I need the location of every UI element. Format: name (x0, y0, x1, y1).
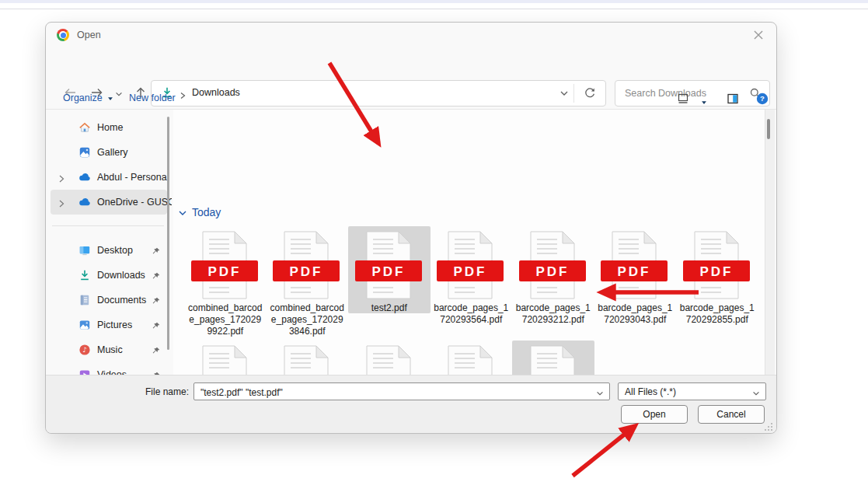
gallery-icon (78, 146, 91, 159)
pdf-file-icon: PDF (519, 344, 587, 375)
file-item-combined-barcode-pages-1720299922-pdf[interactable]: PDF combined_barcode_pages_1720299922.pd… (184, 226, 267, 313)
screen: { "window": { "title": "Open" }, "nav": … (0, 0, 868, 482)
organize-button[interactable]: Organize (63, 93, 114, 103)
file-item-barcode-pages-1720291340-pdf[interactable]: PDF barcode_pages_1720291340.pdf (267, 341, 349, 375)
pin-icon (151, 246, 161, 256)
file-item-test-pdf[interactable]: PDF test.pdf (512, 341, 594, 375)
file-item-barcode-pages-1720290359-pdf[interactable]: PDF barcode_pages_1720290359.pdf (348, 341, 431, 375)
open-button[interactable]: Open (621, 405, 688, 424)
pdf-file-icon: PDF (437, 344, 505, 375)
pdf-file-icon: PDF (683, 229, 751, 301)
svg-text:PDF: PDF (699, 264, 733, 279)
file-list-scrollbar-thumb[interactable] (767, 119, 770, 139)
file-row-today-1: PDF combined_barcode_pages_1720299922.pd… (184, 226, 758, 313)
sidebar-item-gallery[interactable]: Gallery (51, 140, 167, 165)
organize-caret-icon (106, 94, 114, 102)
sidebar-item-pictures[interactable]: Pictures (51, 313, 167, 337)
svg-text:?: ? (760, 94, 765, 103)
file-item-label: test2.pdf (351, 302, 427, 314)
file-row-today-2: PDF barcode_pages_1720291995.pdf PDF bar… (184, 341, 594, 375)
new-folder-label: New folder (129, 93, 176, 103)
organize-label: Organize (63, 93, 103, 103)
file-item-test2-pdf[interactable]: PDF test2.pdf (348, 226, 431, 313)
new-folder-button[interactable]: New folder (129, 93, 176, 103)
file-item-barcode-pages-1720292855-pdf[interactable]: PDF barcode_pages_1720292855.pdf (676, 226, 758, 313)
view-mode-caret-icon[interactable] (700, 96, 708, 108)
svg-text:PDF: PDF (454, 264, 487, 279)
pdf-file-icon: PDF (355, 229, 424, 301)
file-item-label: combined_barcode_pages_1720299922.pdf (187, 302, 263, 337)
dialog-title: Open (77, 30, 101, 40)
navigation-bar: Downloads (46, 49, 776, 83)
sidebar-item-documents[interactable]: Documents (51, 288, 167, 313)
sidebar-item-label: Downloads (97, 270, 145, 281)
svg-text:PDF: PDF (618, 264, 651, 279)
sidebar-item-downloads[interactable]: Downloads (51, 263, 167, 288)
svg-text:♪: ♪ (82, 346, 87, 354)
sidebar-item-label: Home (97, 122, 123, 133)
sidebar-scrollbar-thumb[interactable] (167, 117, 169, 350)
pdf-file-icon: PDF (519, 229, 587, 301)
preview-pane-icon[interactable] (727, 93, 739, 105)
svg-text:PDF: PDF (290, 264, 323, 279)
file-item-label: barcode_pages_1720292855.pdf (679, 302, 755, 326)
sidebar-item-label: Desktop (97, 245, 133, 256)
pictures-icon (78, 319, 91, 331)
file-list-scrollbar-track[interactable] (765, 110, 775, 375)
sidebar-item-music[interactable]: ♪ Music (51, 337, 167, 362)
close-icon[interactable] (751, 28, 765, 42)
cancel-button[interactable]: Cancel (698, 405, 765, 424)
cloud-icon (78, 196, 91, 208)
help-icon[interactable]: ? (756, 93, 769, 105)
file-item-barcode-pages-1720291995-pdf[interactable]: PDF barcode_pages_1720291995.pdf (184, 341, 267, 375)
downloads-icon (78, 269, 91, 281)
file-name-dropdown-chevron-icon[interactable] (595, 387, 605, 396)
pdf-file-icon: PDF (273, 344, 341, 375)
view-mode-icon[interactable] (677, 93, 689, 105)
expand-chevron-icon[interactable] (57, 173, 66, 182)
pdf-file-icon: PDF (191, 229, 260, 301)
file-item-barcode-pages-1720290250-pdf[interactable]: PDF barcode_pages_1720290250.pdf (431, 341, 513, 375)
background-divider (0, 9, 868, 9)
resize-grip[interactable] (764, 421, 773, 430)
sidebar-item-home[interactable]: Home (51, 115, 167, 140)
toolbar: Organize New folder ? (46, 88, 776, 110)
sidebar-divider (46, 215, 172, 238)
desktop-icon (78, 244, 91, 257)
sidebar-item-label: Gallery (97, 147, 128, 158)
group-today-label: Today (192, 206, 221, 218)
sidebar-item-onedrive-gusc[interactable]: OneDrive - GUSC (51, 190, 167, 215)
file-item-label: combined_barcode_pages_1720293846.pdf (269, 302, 345, 337)
home-icon (78, 121, 91, 134)
pdf-file-icon: PDF (437, 229, 505, 301)
dialog-footer: File name: All Files (*.*) Open Cancel (46, 375, 776, 433)
group-header-today[interactable]: Today (178, 206, 221, 218)
open-file-dialog: Open Downloads Organize (45, 22, 777, 434)
file-type-select[interactable]: All Files (*.*) (618, 382, 766, 400)
file-name-field (193, 382, 610, 400)
sidebar-item-videos[interactable]: Videos (51, 362, 167, 375)
sidebar-item-label: Music (97, 344, 123, 355)
background-browser-strip (0, 0, 868, 3)
file-item-barcode-pages-1720293212-pdf[interactable]: PDF barcode_pages_1720293212.pdf (512, 226, 594, 313)
file-name-input[interactable] (199, 384, 591, 400)
pin-icon (151, 271, 161, 281)
pdf-file-icon: PDF (273, 229, 341, 301)
sidebar-item-abdul-personal[interactable]: Abdul - Personal (51, 165, 167, 190)
file-item-label: barcode_pages_1720293564.pdf (433, 302, 509, 326)
file-item-label: barcode_pages_1720293043.pdf (597, 302, 673, 326)
sidebar-item-label: Documents (97, 295, 146, 306)
expand-chevron-icon[interactable] (57, 197, 66, 207)
dialog-titlebar[interactable]: Open (46, 23, 776, 47)
file-item-barcode-pages-1720293043-pdf[interactable]: PDF barcode_pages_1720293043.pdf (594, 226, 677, 313)
pdf-file-icon: PDF (191, 344, 260, 375)
pin-icon (151, 320, 161, 330)
sidebar-item-label: Pictures (97, 320, 132, 330)
file-name-label: File name: (139, 386, 189, 397)
chrome-icon (57, 29, 69, 41)
music-icon: ♪ (78, 344, 91, 356)
sidebar-item-desktop[interactable]: Desktop (51, 238, 167, 263)
sidebar: Home Gallery Abdul - Personal OneDrive -… (46, 110, 172, 375)
file-item-barcode-pages-1720293564-pdf[interactable]: PDF barcode_pages_1720293564.pdf (431, 226, 513, 313)
file-item-combined-barcode-pages-1720293846-pdf[interactable]: PDF combined_barcode_pages_1720293846.pd… (267, 226, 349, 313)
